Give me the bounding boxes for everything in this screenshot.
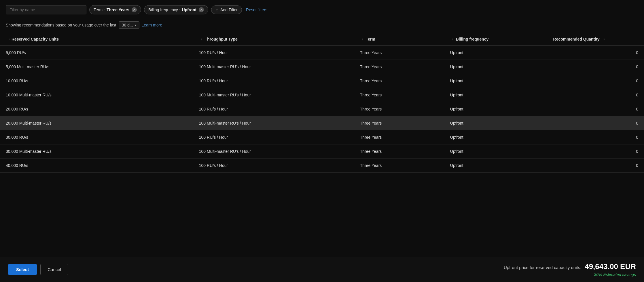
table-container: ↑↓ Reserved Capacity Units ↑↓ Throughput… xyxy=(0,33,644,173)
cell-qty: 0 xyxy=(548,144,644,159)
cell-term: Three Years xyxy=(354,60,444,74)
cell-billing: Upfront xyxy=(444,88,548,102)
cell-billing: Upfront xyxy=(444,74,548,88)
sort-icon-term[interactable]: ↑↓ xyxy=(362,38,365,41)
learn-more-link[interactable]: Learn more xyxy=(142,23,162,27)
term-chip-label: Term : xyxy=(94,7,105,12)
col-header-billing[interactable]: ↑↓ Billing frequency xyxy=(444,33,548,46)
recommendations-prefix: Showing recommendations based on your us… xyxy=(6,23,116,27)
cell-capacity: 40,000 RU/s xyxy=(0,159,193,173)
cell-capacity: 5,000 Multi-master RU/s xyxy=(0,60,193,74)
add-filter-button[interactable]: ⊕ Add Filter xyxy=(211,5,242,14)
cell-billing: Upfront xyxy=(444,116,548,130)
cell-qty: 0 xyxy=(548,88,644,102)
cell-throughput: 100 RU/s / Hour xyxy=(193,46,354,60)
cell-qty: 0 xyxy=(548,116,644,130)
cell-throughput: 100 Multi-master RU's / Hour xyxy=(193,144,354,159)
table-row[interactable]: 20,000 Multi-master RU/s100 Multi-master… xyxy=(0,116,644,130)
price-value: 49,643.00 EUR xyxy=(585,262,636,271)
savings-label: 30% Estimated savings xyxy=(504,272,636,277)
cell-term: Three Years xyxy=(354,102,444,116)
sort-icon-throughput[interactable]: ↑↓ xyxy=(201,38,204,41)
table-row[interactable]: 20,000 RU/s100 RU/s / HourThree YearsUpf… xyxy=(0,102,644,116)
cell-billing: Upfront xyxy=(444,130,548,144)
footer-bar: Select Cancel Upfront price for reserved… xyxy=(0,257,644,282)
col-header-term[interactable]: ↑↓ Term xyxy=(354,33,444,46)
col-header-capacity[interactable]: ↑↓ Reserved Capacity Units xyxy=(0,33,193,46)
table-header-row: ↑↓ Reserved Capacity Units ↑↓ Throughput… xyxy=(0,33,644,46)
cell-capacity: 20,000 Multi-master RU/s xyxy=(0,116,193,130)
cell-term: Three Years xyxy=(354,116,444,130)
billing-chip-close-icon[interactable]: ✕ xyxy=(199,7,204,12)
recommendations-bar: Showing recommendations based on your us… xyxy=(0,18,644,33)
table-row[interactable]: 10,000 RU/s100 RU/s / HourThree YearsUpf… xyxy=(0,74,644,88)
col-header-qty[interactable]: Recommended Quantity ↑↓ xyxy=(548,33,644,46)
billing-chip-label: Billing frequency : xyxy=(148,7,180,12)
reset-filters-link[interactable]: Reset filters xyxy=(245,7,268,12)
cell-qty: 0 xyxy=(548,74,644,88)
table-row[interactable]: 30,000 Multi-master RU/s100 Multi-master… xyxy=(0,144,644,159)
cell-qty: 0 xyxy=(548,102,644,116)
sort-icon-qty[interactable]: ↑↓ xyxy=(603,38,605,41)
cell-capacity: 10,000 RU/s xyxy=(0,74,193,88)
cell-billing: Upfront xyxy=(444,60,548,74)
table-row[interactable]: 5,000 Multi-master RU/s100 Multi-master … xyxy=(0,60,644,74)
cell-capacity: 20,000 RU/s xyxy=(0,102,193,116)
sort-icon-billing[interactable]: ↑↓ xyxy=(452,38,455,41)
cell-billing: Upfront xyxy=(444,159,548,173)
cell-throughput: 100 Multi-master RU's / Hour xyxy=(193,116,354,130)
period-select[interactable]: 30 d... ▾ xyxy=(119,21,139,29)
cell-term: Three Years xyxy=(354,159,444,173)
cell-billing: Upfront xyxy=(444,102,548,116)
cancel-button[interactable]: Cancel xyxy=(40,264,68,275)
term-chip-value: Three Years xyxy=(107,7,129,12)
col-header-throughput[interactable]: ↑↓ Throughput Type xyxy=(193,33,354,46)
cell-capacity: 5,000 RU/s xyxy=(0,46,193,60)
billing-chip-value: Upfront xyxy=(182,7,197,12)
cell-qty: 0 xyxy=(548,159,644,173)
footer-actions: Select Cancel xyxy=(8,264,68,275)
cell-term: Three Years xyxy=(354,74,444,88)
footer-price: Upfront price for reserved capacity unit… xyxy=(504,262,636,277)
cell-term: Three Years xyxy=(354,88,444,102)
cell-capacity: 30,000 Multi-master RU/s xyxy=(0,144,193,159)
sort-icon-capacity[interactable]: ↑↓ xyxy=(7,38,10,41)
cell-throughput: 100 Multi-master RU's / Hour xyxy=(193,60,354,74)
cell-throughput: 100 Multi-master RU's / Hour xyxy=(193,88,354,102)
price-label: Upfront price for reserved capacity unit… xyxy=(504,265,581,270)
select-button[interactable]: Select xyxy=(8,264,37,275)
cell-term: Three Years xyxy=(354,46,444,60)
cell-throughput: 100 RU/s / Hour xyxy=(193,102,354,116)
term-chip-close-icon[interactable]: ✕ xyxy=(132,7,137,12)
cell-capacity: 30,000 RU/s xyxy=(0,130,193,144)
table-row[interactable]: 5,000 RU/s100 RU/s / HourThree YearsUpfr… xyxy=(0,46,644,60)
table-row[interactable]: 40,000 RU/s100 RU/s / HourThree YearsUpf… xyxy=(0,159,644,173)
cell-throughput: 100 RU/s / Hour xyxy=(193,130,354,144)
cell-throughput: 100 RU/s / Hour xyxy=(193,74,354,88)
period-value: 30 d... xyxy=(122,23,133,27)
cell-throughput: 100 RU/s / Hour xyxy=(193,159,354,173)
table-row[interactable]: 30,000 RU/s100 RU/s / HourThree YearsUpf… xyxy=(0,130,644,144)
cell-billing: Upfront xyxy=(444,46,548,60)
table-row[interactable]: 10,000 Multi-master RU/s100 Multi-master… xyxy=(0,88,644,102)
cell-qty: 0 xyxy=(548,130,644,144)
add-filter-label: Add Filter xyxy=(220,7,238,12)
cell-term: Three Years xyxy=(354,144,444,159)
term-filter-chip[interactable]: Term : Three Years ✕ xyxy=(89,5,141,14)
cell-billing: Upfront xyxy=(444,144,548,159)
billing-filter-chip[interactable]: Billing frequency : Upfront ✕ xyxy=(144,5,208,14)
period-chevron-icon: ▾ xyxy=(135,24,136,27)
filter-input[interactable] xyxy=(6,5,86,14)
top-bar: Term : Three Years ✕ Billing frequency :… xyxy=(0,0,644,18)
cell-qty: 0 xyxy=(548,46,644,60)
add-filter-icon: ⊕ xyxy=(215,8,219,12)
cell-term: Three Years xyxy=(354,130,444,144)
cell-capacity: 10,000 Multi-master RU/s xyxy=(0,88,193,102)
cell-qty: 0 xyxy=(548,60,644,74)
price-row: Upfront price for reserved capacity unit… xyxy=(504,262,636,271)
capacity-table: ↑↓ Reserved Capacity Units ↑↓ Throughput… xyxy=(0,33,644,173)
